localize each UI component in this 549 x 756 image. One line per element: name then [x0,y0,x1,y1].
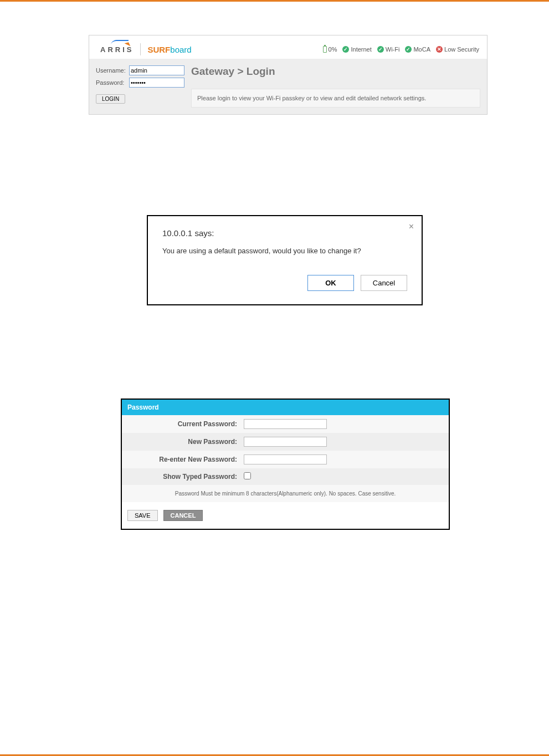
password-actions: SAVE CANCEL [122,502,449,529]
show-password-checkbox[interactable] [244,472,251,479]
status-label: Internet [351,46,371,53]
surfboard-text-1: SURF [147,45,170,54]
login-info: Gateway > Login Please login to view you… [191,65,480,108]
password-label: Password: [96,79,127,86]
arris-text: ARRIS [100,45,134,54]
login-body: Username: Password: LOGIN Gateway > Logi… [89,59,487,114]
check-icon: ✓ [405,46,412,53]
username-label: Username: [96,67,127,74]
x-icon: ✕ [436,46,443,53]
surfboard-text-2: board [170,45,191,54]
close-icon[interactable]: × [409,222,414,232]
cancel-button[interactable]: CANCEL [163,510,203,521]
current-password-input[interactable] [244,419,327,429]
check-icon: ✓ [342,46,349,53]
dialog-message: You are using a default password, would … [162,247,407,255]
login-button[interactable]: LOGIN [96,94,125,104]
battery-value: 0% [329,46,337,53]
status-strip: 0% ✓ Internet ✓ Wi-Fi ✓ MoCA ✕ Low Secur… [323,46,479,53]
arris-logo: ARRIS [97,45,134,54]
status-battery: 0% [323,46,337,53]
password-hint: Password Must be minimum 8 characters(Al… [122,485,449,502]
login-header: ARRIS SURFboard 0% ✓ Internet ✓ Wi-Fi ✓ [89,35,487,59]
ok-button[interactable]: OK [307,275,354,291]
check-icon: ✓ [377,46,384,53]
status-wifi: ✓ Wi-Fi [377,46,400,53]
reenter-password-label: Re-enter New Password: [127,456,244,463]
logo-group: ARRIS SURFboard [97,43,192,55]
username-row: Username: [96,65,184,75]
dialog-buttons: OK Cancel [162,275,407,291]
username-input[interactable] [129,65,184,75]
status-security: ✕ Low Security [436,46,479,53]
show-password-label: Show Typed Password: [127,473,244,481]
breadcrumb-title: Gateway > Login [191,65,480,78]
password-row: Password: [96,78,184,88]
current-password-label: Current Password: [127,420,244,428]
show-password-row: Show Typed Password: [122,468,449,485]
status-internet: ✓ Internet [342,46,371,53]
confirm-dialog: × 10.0.0.1 says: You are using a default… [147,215,423,305]
surfboard-logo: SURFboard [147,45,191,54]
reenter-password-row: Re-enter New Password: [122,451,449,468]
status-label: Low Security [444,46,479,53]
password-panel: Password Current Password: New Password:… [121,399,450,530]
status-label: Wi-Fi [386,46,400,53]
status-moca: ✓ MoCA [405,46,430,53]
login-message: Please login to view your Wi-Fi passkey … [191,89,480,108]
battery-icon [323,46,327,53]
save-button[interactable]: SAVE [127,510,158,521]
current-password-row: Current Password: [122,415,449,433]
password-table: Current Password: New Password: Re-enter… [122,415,449,502]
new-password-row: New Password: [122,433,449,451]
password-input[interactable] [129,78,184,88]
password-header: Password [122,400,449,415]
new-password-input[interactable] [244,437,327,447]
dialog-title: 10.0.0.1 says: [162,228,407,238]
logo-separator [140,43,141,55]
cancel-button[interactable]: Cancel [361,275,407,291]
new-password-label: New Password: [127,438,244,446]
status-label: MoCA [413,46,430,53]
login-panel: ARRIS SURFboard 0% ✓ Internet ✓ Wi-Fi ✓ [89,35,488,115]
login-form: Username: Password: LOGIN [96,65,184,108]
reenter-password-input[interactable] [244,454,327,464]
